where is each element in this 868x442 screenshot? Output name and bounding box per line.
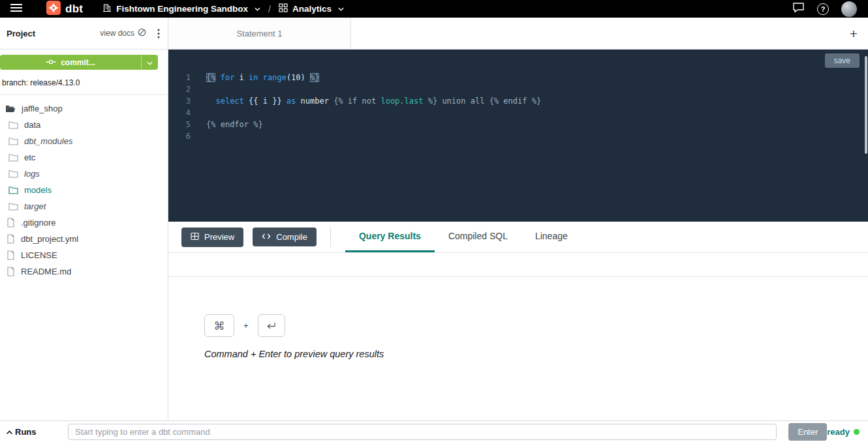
project-panel-title: Project [7,29,35,38]
help-button[interactable]: ? [817,3,829,15]
project-label: Analytics [292,4,332,14]
tree-item-target[interactable]: target [0,198,168,214]
topbar: dbt Fishtown Engineering Sandbox / Analy… [0,0,868,18]
tab-label: Statement 1 [236,29,282,38]
tree-item-readme-md[interactable]: README.md [0,263,168,280]
hamburger-icon [10,3,23,15]
dbt-logo[interactable]: dbt [46,1,83,18]
hamburger-menu-button[interactable] [6,1,27,18]
main-panel: Statement 1 + save 1{% for i in range(10… [168,18,868,420]
results-tab-query-results[interactable]: Query Results [345,222,435,252]
help-icon: ? [817,3,829,15]
account-selector[interactable]: Fishtown Engineering Sandbox [102,3,260,14]
folder-open-icon [5,104,16,113]
tree-item-dbt-project-yml[interactable]: dbt_project.yml [0,231,168,247]
results-content: ⌘ + Command + Enter to preview query res… [168,277,868,420]
preview-grid-icon [191,232,199,243]
sidebar: Project view docs commit... [0,18,168,420]
command-key-icon: ⌘ [204,314,234,337]
results-tab-lineage[interactable]: Lineage [521,222,581,252]
kebab-menu-button[interactable] [157,29,160,38]
view-docs-link[interactable]: view docs [100,28,146,38]
avatar[interactable] [841,1,857,17]
tree-item-label: README.md [21,267,71,276]
line-number: 6 [168,130,191,142]
file-icon [7,250,15,260]
tree-item-dbt-modules[interactable]: dbt_modules [0,133,168,149]
tree-item-models[interactable]: models [0,182,168,198]
code-brackets-icon [262,232,271,242]
tab-statement-1[interactable]: Statement 1 [168,18,351,49]
tree-item-data[interactable]: data [0,117,168,133]
dbt-cloud-ide: dbt Fishtown Engineering Sandbox / Analy… [0,0,868,442]
tree-item-etc[interactable]: etc [0,149,168,166]
enter-key-icon [258,314,285,337]
view-docs-label: view docs [100,29,134,38]
commit-button[interactable]: commit... [0,55,141,70]
project-selector[interactable]: Analytics [279,3,344,14]
folder-icon [8,186,18,194]
preview-button[interactable]: Preview [181,228,243,247]
tree-item-jaffle-shop[interactable]: jaffle_shop [0,100,168,117]
tree-item-label: etc [24,153,35,162]
code-line: 1{% for i in range(10) %} [168,72,868,83]
results-subheader [168,253,868,277]
plus-separator: + [243,321,249,331]
commit-dropdown-button[interactable] [141,55,158,70]
tree-item-label: target [24,201,46,211]
tree-item-label: models [24,185,52,195]
line-number: 3 [168,95,191,107]
tree-item-license[interactable]: LICENSE [0,247,168,263]
status-label: ready [827,427,850,437]
compile-button[interactable]: Compile [253,228,317,246]
tree-item-label: jaffle_shop [22,104,63,113]
folder-icon [8,121,18,129]
folder-icon [8,153,18,162]
chevron-down-icon [338,7,344,11]
file-icon [7,234,15,244]
docs-circle-slash-icon [138,28,146,38]
compile-button-label: Compile [276,232,307,242]
code-line: 5{% endfor %} [168,119,868,130]
preview-button-label: Preview [204,232,234,242]
chevron-down-icon [255,7,260,11]
tree-item-label: logs [24,169,40,179]
tree-item-label: LICENSE [21,250,57,260]
chat-icon [792,2,805,16]
dbt-logo-icon [46,1,61,18]
enter-button[interactable]: Enter [788,423,827,441]
command-input[interactable] [68,424,777,440]
tree-item-gitignore[interactable]: .gitignore [0,214,168,231]
code-line: 4 [168,107,868,119]
code-lines: 1{% for i in range(10) %}23 select {{ i … [168,50,868,142]
tree-item-label: data [24,120,40,130]
line-number: 1 [168,72,191,83]
save-button[interactable]: save [825,53,860,68]
branch-label: branch: release/4.13.0 [0,70,168,95]
folder-icon [8,169,18,178]
editor-tabbar: Statement 1 + [168,18,868,50]
results-toolbar: Preview Compile Query ResultsCompiled SQ… [168,222,868,253]
code-line: 3 select {{ i }} as number {% if not loo… [168,95,868,107]
file-icon [7,267,15,276]
grid-icon [279,3,288,14]
new-tab-button[interactable]: + [850,27,858,40]
status-indicator: ready [827,427,860,437]
breadcrumb-separator: / [268,4,271,14]
chevron-up-icon [6,427,13,437]
tree-item-label: dbt_project.yml [21,234,78,244]
sidebar-header: Project view docs [0,18,168,50]
code-editor[interactable]: save 1{% for i in range(10) %}23 select … [168,50,868,222]
results-tab-compiled-sql[interactable]: Compiled SQL [435,222,521,252]
folder-icon [8,202,18,211]
line-number: 5 [168,119,191,130]
chat-button[interactable] [792,2,805,16]
commit-controls: commit... [0,55,158,70]
editor-scrollbar-thumb[interactable] [865,56,867,154]
tree-item-logs[interactable]: logs [0,166,168,182]
chevron-down-icon [147,57,153,67]
code-line: 2 [168,83,868,95]
account-label: Fishtown Engineering Sandbox [116,4,248,14]
runs-label: Runs [15,427,37,437]
runs-toggle[interactable]: Runs [6,427,68,437]
